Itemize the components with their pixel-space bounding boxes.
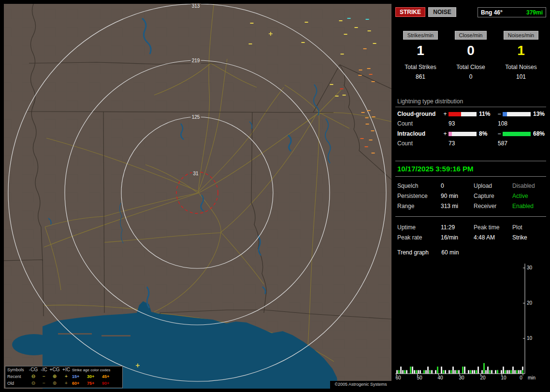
count-label: Count — [397, 120, 413, 127]
receiver-value: Enabled — [512, 203, 546, 210]
strike-symbol-dash — [366, 19, 369, 20]
upload-label: Upload — [474, 182, 512, 189]
strike-symbol-dash — [365, 117, 369, 118]
strike-symbol-dash — [372, 116, 376, 117]
ring-label-219: 219 — [191, 58, 201, 64]
strike-button[interactable]: STRIKE — [395, 7, 425, 17]
strike-symbol-dash — [335, 96, 339, 97]
y-tick-30: 30 — [527, 265, 538, 270]
trend-bar-strike — [450, 370, 452, 374]
trend-bar-noise — [464, 366, 465, 374]
trend-graph-header: Trend graph 60 min — [397, 249, 459, 256]
recent-neg-ic-icon: − — [39, 374, 49, 379]
recent-neg-cg-icon: ⊖ — [28, 374, 39, 379]
strike-symbol-dash — [305, 22, 308, 23]
strike-symbol-dash — [250, 23, 254, 24]
trend-bar-strike — [489, 370, 491, 374]
age-30: 30+ — [87, 374, 102, 379]
trend-bar-noise — [406, 370, 407, 374]
status-section: Squelch 0 Upload Disabled Persistence 90… — [395, 181, 546, 211]
trend-bar-noise — [518, 370, 520, 374]
recent-label: Recent — [7, 374, 28, 379]
strike-symbol-dash — [372, 81, 375, 82]
trend-bar-strike — [443, 370, 444, 374]
trend-bar-noise — [487, 366, 489, 374]
trend-bar-noise — [454, 370, 456, 374]
range-label: Range — [397, 203, 441, 210]
trend-bar-noise — [431, 370, 433, 374]
trend-bar-noise — [414, 370, 415, 374]
lightning-type-distribution: Lightning type distribution Cloud-ground… — [395, 97, 546, 147]
trend-bar-noise — [427, 366, 429, 374]
trend-bar-strike — [522, 370, 523, 374]
old-pos-ic-icon: + — [60, 381, 72, 386]
toolbar: STRIKE NOISE Bng 46° 379mi — [395, 7, 546, 18]
legend-header-row: Symbols -CG -IC +CG +IC Strike age color… — [5, 366, 122, 373]
map-legend: Symbols -CG -IC +CG +IC Strike age color… — [5, 366, 123, 388]
trend-bar-noise — [491, 370, 492, 374]
trend-bar-noise — [396, 370, 398, 374]
close-per-min-chip[interactable]: Close/min — [455, 31, 487, 40]
old-neg-cg-icon: ⊖ — [28, 381, 39, 386]
trend-bar-noise — [481, 370, 483, 374]
strike-symbol-dash — [369, 140, 373, 140]
strike-symbol-dash — [343, 95, 346, 96]
strike-symbol-dash — [355, 27, 358, 28]
trend-bar-noise — [458, 370, 460, 374]
strike-symbol-dash — [249, 43, 252, 44]
age-15: 15+ — [72, 374, 87, 379]
trend-bar-noise — [512, 366, 514, 374]
trend-bar-noise — [445, 370, 446, 374]
trend-bar-strike — [497, 370, 498, 374]
strike-symbol-dash — [339, 20, 343, 21]
trend-bar-noise — [507, 370, 508, 374]
stats-row-labels: Uptime 11:29 Peak time Plot — [395, 222, 546, 232]
x-tick-20: 20 — [478, 375, 488, 380]
x-tick-50: 50 — [415, 375, 424, 380]
neg-cg-header: -CG — [28, 367, 39, 372]
trend-bar-noise — [503, 366, 504, 374]
age-codes-header: Strike age color codes — [72, 368, 117, 372]
capture-label: Capture — [474, 193, 512, 199]
plot-value: Strike — [512, 234, 546, 241]
trend-bar-noise — [412, 366, 413, 374]
trend-bar-noise — [478, 366, 479, 374]
close-rate-value: 0 — [446, 42, 496, 60]
strike-symbol-dash — [365, 146, 368, 147]
ic-positive-count: 73 — [449, 140, 455, 147]
strike-symbol-dash — [363, 48, 367, 49]
strike-symbol-dash — [340, 88, 344, 89]
age-75: 75+ — [87, 381, 102, 386]
strikes-rate-value: 1 — [395, 42, 446, 60]
minus-sign: − — [496, 130, 503, 137]
uptime-label: Uptime — [397, 224, 441, 231]
noise-button[interactable]: NOISE — [428, 7, 456, 17]
ring-label-31: 31 — [192, 171, 199, 177]
symbols-header: Symbols — [7, 367, 28, 372]
cloud-ground-row: Cloud-ground + 11% − 13% — [395, 107, 546, 117]
total-strikes-value: 861 — [395, 73, 446, 80]
strike-symbol-dash — [372, 153, 375, 154]
recent-pos-ic-icon: + — [60, 374, 72, 379]
peak-time-value: 4:48 AM — [474, 234, 512, 241]
age-45: 45+ — [102, 374, 117, 379]
lightning-map[interactable]: 31 125 219 313 Symbols -CG -IC +CG +IC S… — [4, 4, 391, 389]
intracloud-row: Intracloud + 8% − 68% — [395, 127, 546, 137]
strike-symbol-dash — [341, 54, 344, 55]
cg-positive-bar — [449, 112, 477, 116]
strike-symbol-dash — [368, 30, 371, 31]
legend-recent-row: Recent ⊖ − ⊕ + 15+ 30+ 45+ — [5, 373, 122, 380]
ic-negative-count: 587 — [498, 140, 507, 147]
trend-bar-strike — [410, 366, 411, 374]
trend-bar-noise — [425, 370, 427, 374]
persistence-value: 90 min — [441, 193, 474, 199]
distance-value: 379mi — [526, 9, 543, 16]
peak-rate-label: Peak rate — [397, 234, 441, 241]
noises-per-min-chip[interactable]: Noises/min — [504, 31, 538, 40]
strikes-per-min-chip[interactable]: Strikes/min — [403, 31, 438, 40]
status-row-range: Range 313 mi Receiver Enabled — [395, 201, 546, 211]
capture-value: Active — [512, 193, 546, 199]
ic-negative-bar — [503, 132, 531, 136]
trend-bar-noise — [449, 370, 450, 374]
y-tick-10: 10 — [527, 336, 538, 341]
